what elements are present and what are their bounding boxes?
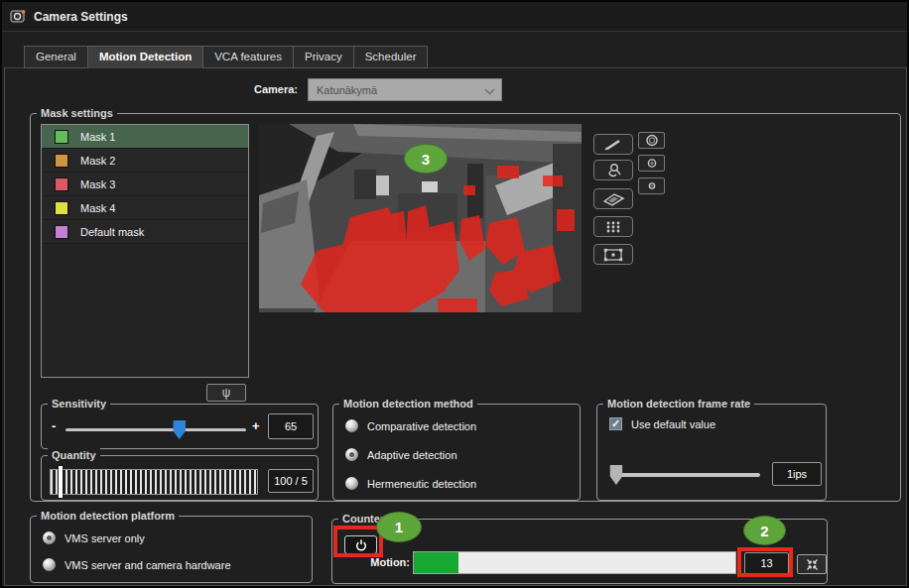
medium-circle-icon (644, 157, 660, 170)
mask3-label: Mask 3 (80, 178, 115, 190)
tab-scheduler[interactable]: Scheduler (354, 46, 429, 68)
pencil-icon (598, 138, 628, 152)
counter-reset-button[interactable] (797, 554, 827, 574)
quantity-value: 100 / 5 (268, 469, 314, 493)
clear-mask-tool-button[interactable] (593, 188, 633, 209)
selection-rectangle-icon (598, 247, 628, 263)
radio-icon (345, 477, 358, 490)
mask1-label: Mask 1 (80, 131, 115, 143)
radio-adaptive-detection[interactable]: Adaptive detection (345, 448, 457, 461)
frame-rate-slider-track[interactable] (613, 473, 760, 477)
hermeneutic-detection-label: Hermeneutic detection (367, 478, 476, 490)
brush-size-small-button[interactable] (638, 177, 665, 194)
tab-bar: General Motion Detection VCA features Pr… (24, 46, 428, 68)
highlight-box-counter-value (737, 547, 793, 577)
camera-label: Camera: (214, 83, 298, 95)
vms-server-and-camera-hardware-label: VMS server and camera hardware (65, 559, 231, 571)
mask1-color-swatch (55, 130, 68, 144)
sensitivity-slider-thumb[interactable] (173, 420, 186, 439)
comparative-detection-label: Comparative detection (367, 420, 476, 432)
default-mask-label: Default mask (80, 226, 144, 238)
frame-rate-group-label: Motion detection frame rate (603, 397, 754, 412)
default-mask-color-swatch (55, 225, 68, 239)
tab-vca-features[interactable]: VCA features (203, 46, 294, 68)
camera-settings-window: Camera Settings General Motion Detection… (0, 0, 909, 588)
radio-vms-server-only[interactable]: VMS server only (43, 531, 145, 544)
sensitivity-plus[interactable]: + (252, 418, 260, 433)
mask-list-item-mask4[interactable]: Mask 4 (42, 196, 248, 220)
platform-group-label: Motion detection platform (37, 509, 179, 524)
sensitivity-group: Sensitivity - + 65 (41, 404, 319, 449)
mask-settings-group-label: Mask settings (37, 106, 117, 121)
annotation-badge-3: 3 (404, 144, 448, 174)
motion-detection-method-group-label: Motion detection method (339, 397, 477, 412)
camera-select[interactable]: Katunäkymä (308, 78, 502, 101)
radio-hermeneutic-detection[interactable]: Hermeneutic detection (345, 477, 476, 490)
mask-list-item-mask3[interactable]: Mask 3 (42, 173, 248, 196)
radio-comparative-detection[interactable]: Comparative detection (345, 419, 476, 432)
quantity-group: Quantity 100 / 5 (41, 455, 319, 501)
large-circle-icon (644, 134, 660, 147)
mask-list-item-mask1[interactable]: Mask 1 (42, 125, 248, 149)
pattern-grid-icon (598, 219, 628, 235)
motion-detection-platform-group: Motion detection platform VMS server onl… (30, 516, 313, 583)
brush-size-large-button[interactable] (638, 132, 665, 149)
highlight-box-counter-toggle (333, 526, 383, 557)
mask-list-item-mask2[interactable]: Mask 2 (42, 149, 248, 173)
mask-list: Mask 1 Mask 2 Mask 3 Mask 4 Default mask (41, 124, 249, 378)
quantity-slider-thumb[interactable] (59, 466, 63, 498)
vms-server-only-label: VMS server only (65, 532, 145, 544)
tab-motion-detection[interactable]: Motion Detection (88, 46, 203, 68)
mask4-label: Mask 4 (80, 202, 115, 214)
motion-counter-bar (413, 551, 736, 574)
frame-rate-slider-thumb[interactable] (609, 465, 622, 485)
annotation-badge-1: 1 (376, 512, 422, 542)
camera-select-value: Katunäkymä (317, 84, 377, 96)
small-circle-icon (644, 179, 660, 192)
title-bar: Camera Settings (2, 2, 907, 32)
eraser-pen-icon (598, 163, 628, 177)
use-default-value-label: Use default value (631, 418, 715, 430)
chevron-down-icon (484, 81, 495, 99)
motion-detection-method-group: Motion detection method Comparative dete… (332, 404, 581, 501)
sensitivity-minus[interactable]: - (52, 418, 56, 433)
fill-pattern-tool-button[interactable] (593, 216, 633, 237)
tab-general[interactable]: General (24, 46, 88, 68)
annotation-badge-2: 2 (743, 516, 786, 545)
mask-list-tool-button[interactable]: ψ (206, 384, 246, 402)
sensitivity-slider-track[interactable] (65, 428, 246, 431)
brush-size-medium-button[interactable] (638, 155, 665, 172)
mask3-color-swatch (55, 177, 68, 191)
checkbox-checked-icon[interactable]: ✓ (609, 417, 622, 430)
quantity-slider-track[interactable] (50, 469, 258, 495)
mask2-color-swatch (55, 154, 68, 168)
radio-vms-server-and-camera-hardware[interactable]: VMS server and camera hardware (43, 558, 231, 571)
motion-label: Motion: (362, 556, 410, 568)
sensitivity-value: 65 (268, 413, 314, 439)
mask2-label: Mask 2 (80, 155, 115, 167)
frame-rate-value: 1ips (772, 462, 822, 486)
camera-settings-icon (10, 9, 27, 24)
motion-detection-frame-rate-group: Motion detection frame rate ✓ Use defaul… (596, 404, 827, 501)
tab-privacy[interactable]: Privacy (294, 46, 354, 68)
select-area-tool-button[interactable] (593, 244, 633, 265)
tilted-sheet-icon (598, 191, 628, 207)
eraser-tool-button[interactable] (593, 160, 633, 180)
radio-icon (43, 558, 56, 571)
use-default-value-checkbox-row[interactable]: ✓ Use default value (609, 417, 715, 430)
motion-counter-bar-fill (414, 552, 458, 573)
quantity-group-label: Quantity (48, 448, 100, 463)
mask-settings-group: Mask settings Mask 1 Mask 2 Mask 3 Mask … (30, 113, 901, 502)
mask4-color-swatch (55, 201, 68, 215)
collapse-arrows-icon (805, 557, 820, 572)
sensitivity-group-label: Sensitivity (48, 397, 110, 412)
adaptive-detection-label: Adaptive detection (367, 449, 457, 461)
window-title: Camera Settings (34, 10, 128, 24)
radio-icon (43, 531, 56, 544)
mask-list-item-default-mask[interactable]: Default mask (42, 220, 248, 244)
pencil-tool-button[interactable] (593, 134, 633, 155)
radio-icon (345, 419, 358, 432)
radio-icon (345, 448, 358, 461)
